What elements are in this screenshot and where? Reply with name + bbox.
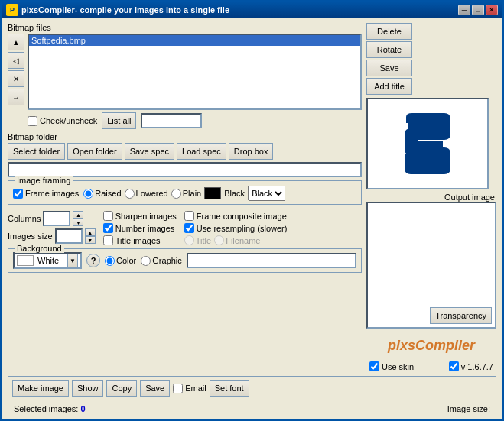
images-size-label: Images size: [8, 232, 53, 241]
size-up[interactable]: ▲: [85, 228, 96, 236]
title-checkbox[interactable]: [103, 235, 113, 245]
frame-composite-label[interactable]: Frame composite image: [184, 211, 288, 221]
logo-text: pixsCompiler: [366, 332, 496, 357]
frame-images-label[interactable]: Frame images: [13, 189, 79, 199]
save-right-button[interactable]: Save: [366, 60, 412, 76]
graphic-radio-label[interactable]: Graphic: [141, 256, 182, 266]
rotate-button[interactable]: Rotate: [366, 41, 412, 58]
transparency-button[interactable]: Transparency: [430, 307, 492, 324]
email-label[interactable]: Email: [173, 384, 206, 393]
plain-radio[interactable]: [171, 189, 181, 199]
main-content: Bitmap files ▲ ◁ ✕ → Softpedia.bmp: [2, 18, 502, 419]
remove-button[interactable]: ✕: [8, 70, 24, 87]
save-bottom-button[interactable]: Save: [140, 380, 170, 397]
filename-radio-label[interactable]: Filename: [214, 235, 260, 245]
white-color-box: [17, 255, 34, 266]
main-window: P pixsCompiler- compile your images into…: [0, 0, 504, 421]
show-button[interactable]: Show: [72, 380, 104, 397]
filename-radio[interactable]: [214, 235, 224, 245]
raised-radio[interactable]: [83, 189, 93, 199]
move-up-button[interactable]: ▲: [8, 34, 24, 50]
graphic-path-input[interactable]: [187, 253, 356, 268]
use-skin-label[interactable]: Use skin: [369, 361, 414, 371]
make-image-button[interactable]: Make image: [12, 380, 69, 397]
bitmap-files-label: Bitmap files: [8, 23, 362, 32]
title-label[interactable]: Title images: [103, 235, 177, 245]
bitmap-files-section: Bitmap files ▲ ◁ ✕ → Softpedia.bmp: [8, 23, 362, 129]
title-input[interactable]: [141, 113, 202, 128]
email-checkbox[interactable]: [173, 384, 183, 393]
bg-color-select[interactable]: White ▼: [13, 252, 82, 269]
bitmap-listbox[interactable]: Softpedia.bmp: [28, 34, 362, 110]
save-spec-button[interactable]: Save spec: [125, 143, 174, 160]
list-item[interactable]: Softpedia.bmp: [29, 35, 360, 46]
titlebar-title: P pixsCompiler- compile your images into…: [6, 4, 229, 16]
copy-button[interactable]: Copy: [106, 380, 137, 397]
color-dropdown[interactable]: Black: [248, 186, 285, 201]
sharpen-checkbox[interactable]: [103, 211, 113, 221]
resampling-label[interactable]: Use resampling (slower): [184, 223, 288, 233]
size-down[interactable]: ▼: [85, 236, 96, 244]
restore-button[interactable]: □: [472, 5, 484, 15]
bg-dropdown-arrow[interactable]: ▼: [67, 254, 78, 267]
version-label[interactable]: v 1.6.7.7: [449, 361, 493, 371]
number-checkbox[interactable]: [103, 223, 113, 233]
color-radio-label[interactable]: Color: [105, 256, 136, 266]
select-folder-button[interactable]: Select folder: [8, 143, 65, 160]
bg-select-container: White ▼: [13, 252, 82, 269]
output-image-label: Output image: [444, 193, 495, 202]
lowered-label[interactable]: Lowered: [125, 189, 168, 199]
color-box: [204, 187, 221, 199]
bitmap-list-container: Softpedia.bmp Check/uncheck List all: [28, 34, 362, 129]
bitmap-folder-label: Bitmap folder: [8, 132, 362, 141]
lowered-radio[interactable]: [125, 189, 135, 199]
framing-row: Frame images Raised Lowered: [13, 186, 356, 201]
main-layout: Bitmap files ▲ ◁ ✕ → Softpedia.bmp: [8, 23, 496, 373]
frame-composite-checkbox[interactable]: [184, 211, 194, 221]
bitmap-files-layout: ▲ ◁ ✕ → Softpedia.bmp: [8, 34, 362, 129]
background-title: Background: [15, 244, 64, 253]
set-font-button[interactable]: Set font: [210, 380, 249, 397]
minimize-button[interactable]: ─: [458, 5, 470, 15]
add-title-button[interactable]: Add title: [366, 78, 412, 95]
sharpen-label[interactable]: Sharpen images: [103, 211, 177, 221]
number-label[interactable]: Number images: [103, 223, 177, 233]
images-size-input[interactable]: 200: [55, 228, 83, 244]
help-button[interactable]: ?: [86, 254, 100, 267]
columns-row: Columns 3 ▲ ▼: [8, 211, 96, 226]
image-size-label: Image size:: [447, 404, 490, 413]
raised-label[interactable]: Raised: [83, 189, 121, 199]
resampling-checkbox[interactable]: [184, 223, 194, 233]
arrow-right-button[interactable]: →: [8, 89, 24, 105]
close-button[interactable]: ✕: [486, 5, 498, 15]
color-radio[interactable]: [105, 256, 115, 266]
list-all-button[interactable]: List all: [102, 112, 136, 129]
skin-row: Use skin v 1.6.7.7: [366, 360, 496, 373]
check-uncheck-label[interactable]: Check/uncheck: [28, 116, 97, 126]
drop-box-button[interactable]: Drop box: [229, 143, 274, 160]
frame-images-checkbox[interactable]: [13, 189, 23, 199]
title-radio-label[interactable]: Title: [184, 235, 211, 245]
columns-up[interactable]: ▲: [73, 211, 83, 219]
columns-input[interactable]: 3: [43, 211, 70, 226]
delete-button[interactable]: Delete: [366, 23, 412, 40]
version-checkbox[interactable]: [449, 361, 459, 371]
open-folder-button[interactable]: Open folder: [67, 143, 122, 160]
status-bar: Selected images: 0 Image size:: [8, 403, 496, 415]
title-radio[interactable]: [184, 235, 194, 245]
move-left-button[interactable]: ◁: [8, 52, 24, 69]
load-spec-button[interactable]: Load spec: [177, 143, 226, 160]
framing-title: Image framing: [15, 176, 73, 185]
use-skin-checkbox[interactable]: [369, 361, 379, 371]
right-panel: Delete Rotate Save Add title: [366, 23, 496, 373]
folder-path-input[interactable]: C:\Softpedia Files\: [8, 162, 362, 177]
plain-label[interactable]: Plain: [171, 189, 201, 199]
check-uncheck-checkbox[interactable]: [28, 116, 37, 126]
bottom-bar: Make image Show Copy Save Email Set font: [8, 376, 496, 400]
output-image-area: Transparency: [366, 202, 496, 329]
left-panel: Bitmap files ▲ ◁ ✕ → Softpedia.bmp: [8, 23, 362, 373]
graphic-radio[interactable]: [141, 256, 151, 266]
images-size-spin: ▲ ▼: [85, 228, 96, 244]
columns-down[interactable]: ▼: [73, 219, 83, 226]
selected-images-value: 0: [80, 404, 85, 413]
